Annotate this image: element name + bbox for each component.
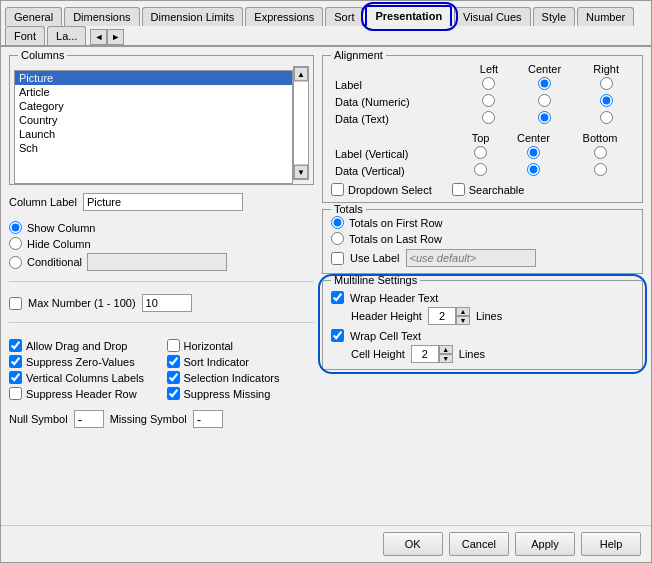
help-button[interactable]: Help [581, 532, 641, 556]
valign-data-top-radio[interactable] [474, 163, 487, 176]
missing-symbol-input[interactable] [193, 410, 223, 428]
tab-dimension-limits[interactable]: Dimension Limits [142, 7, 244, 26]
totals-use-label-text: Use Label [350, 252, 400, 264]
tab-number[interactable]: Number [577, 7, 634, 26]
tab-nav-left[interactable]: ◄ [90, 29, 107, 45]
suppress-zero-row: Suppress Zero-Values [9, 355, 157, 368]
columns-listbox[interactable]: Picture Article Category Country Launch … [14, 70, 293, 184]
align-numeric-right-radio[interactable] [600, 94, 613, 107]
cell-height-down[interactable]: ▼ [439, 354, 453, 363]
max-number-label: Max Number (1 - 100) [28, 297, 136, 309]
hide-column-label: Hide Column [27, 238, 91, 250]
scroll-up[interactable]: ▲ [294, 67, 308, 81]
searchable-checkbox[interactable] [452, 183, 465, 196]
horizontal-label: Horizontal [184, 340, 234, 352]
align-text-center-radio[interactable] [538, 111, 551, 124]
list-item-picture[interactable]: Picture [15, 71, 292, 85]
max-number-checkbox[interactable] [9, 297, 22, 310]
wrap-header-checkbox[interactable] [331, 291, 344, 304]
totals-use-label-checkbox[interactable] [331, 252, 344, 265]
header-height-spinner-btns: ▲ ▼ [456, 307, 470, 325]
vertical-labels-checkbox[interactable] [9, 371, 22, 384]
valign-label-center-radio[interactable] [527, 146, 540, 159]
sort-indicator-row: Sort Indicator [167, 355, 315, 368]
list-item-launch[interactable]: Launch [15, 127, 292, 141]
valign-data-cell: Data (Vertical) [331, 162, 460, 179]
list-item-category[interactable]: Category [15, 99, 292, 113]
valign-label-top-radio[interactable] [474, 146, 487, 159]
align-text-right-radio[interactable] [600, 111, 613, 124]
list-item-country[interactable]: Country [15, 113, 292, 127]
wrap-cell-label: Wrap Cell Text [350, 330, 421, 342]
hide-column-radio[interactable] [9, 237, 22, 250]
valign-data-bottom-radio[interactable] [594, 163, 607, 176]
cell-height-spinner: ▲ ▼ [411, 345, 453, 363]
suppress-header-row: Suppress Header Row [9, 387, 157, 400]
tab-general[interactable]: General [5, 7, 62, 26]
show-column-radio[interactable] [9, 221, 22, 234]
tab-style[interactable]: Style [533, 7, 575, 26]
totals-last-radio[interactable] [331, 232, 344, 245]
tab-font[interactable]: Font [5, 26, 45, 45]
alignment-table: Left Center Right Label D [331, 62, 634, 127]
align-label-left-radio[interactable] [482, 77, 495, 90]
null-symbol-input[interactable] [74, 410, 104, 428]
tab-sort[interactable]: Sort [325, 7, 363, 26]
selection-indicators-checkbox[interactable] [167, 371, 180, 384]
selection-indicators-row: Selection Indicators [167, 371, 315, 384]
conditional-input[interactable] [87, 253, 227, 271]
apply-button[interactable]: Apply [515, 532, 575, 556]
max-number-input[interactable] [142, 294, 192, 312]
list-item-sch[interactable]: Sch [15, 141, 292, 155]
dropdown-select-checkbox[interactable] [331, 183, 344, 196]
cell-height-input[interactable] [411, 345, 439, 363]
hide-column-row: Hide Column [9, 237, 314, 250]
sort-indicator-checkbox[interactable] [167, 355, 180, 368]
header-height-up[interactable]: ▲ [456, 307, 470, 316]
totals-use-label-input[interactable] [406, 249, 536, 267]
totals-title: Totals [331, 203, 366, 215]
suppress-missing-checkbox[interactable] [167, 387, 180, 400]
tab-nav-right[interactable]: ► [107, 29, 124, 45]
multiline-title: Multiline Settings [331, 274, 420, 286]
missing-symbol-text: Missing Symbol [110, 413, 187, 425]
tab-layout[interactable]: La... [47, 26, 86, 45]
tab-visual-cues[interactable]: Visual Cues [454, 7, 531, 26]
valign-label-cell: Label (Vertical) [331, 145, 460, 162]
scroll-down[interactable]: ▼ [294, 165, 308, 179]
visibility-radio-group: Show Column Hide Column Conditional [9, 221, 314, 271]
tab-dimensions[interactable]: Dimensions [64, 7, 139, 26]
wrap-cell-checkbox[interactable] [331, 329, 344, 342]
valign-data-top [460, 162, 501, 179]
column-label-input[interactable] [83, 193, 243, 211]
conditional-radio[interactable] [9, 256, 22, 269]
list-item-article[interactable]: Article [15, 85, 292, 99]
header-height-label: Header Height [351, 310, 422, 322]
valign-label-bottom-radio[interactable] [594, 146, 607, 159]
suppress-header-checkbox[interactable] [9, 387, 22, 400]
scroll-track [294, 81, 308, 165]
align-label-right-radio[interactable] [600, 77, 613, 90]
align-text-cell: Data (Text) [331, 110, 467, 127]
suppress-zero-checkbox[interactable] [9, 355, 22, 368]
header-height-down[interactable]: ▼ [456, 316, 470, 325]
align-label-center [511, 76, 579, 93]
ok-button[interactable]: OK [383, 532, 443, 556]
valign-col-blank [331, 131, 460, 145]
align-text-left-radio[interactable] [482, 111, 495, 124]
header-height-input[interactable] [428, 307, 456, 325]
cancel-button[interactable]: Cancel [449, 532, 509, 556]
align-numeric-left-radio[interactable] [482, 94, 495, 107]
valign-data-center-radio[interactable] [527, 163, 540, 176]
tab-presentation[interactable]: Presentation [365, 5, 452, 26]
tab-expressions[interactable]: Expressions [245, 7, 323, 26]
totals-first-radio[interactable] [331, 216, 344, 229]
horizontal-checkbox[interactable] [167, 339, 180, 352]
align-numeric-center-radio[interactable] [538, 94, 551, 107]
list-scrollbar[interactable]: ▲ ▼ [293, 66, 309, 180]
cell-height-up[interactable]: ▲ [439, 345, 453, 354]
align-label-center-radio[interactable] [538, 77, 551, 90]
allow-drag-checkbox[interactable] [9, 339, 22, 352]
searchable-row: Searchable [452, 183, 525, 196]
align-row-label: Label [331, 76, 634, 93]
